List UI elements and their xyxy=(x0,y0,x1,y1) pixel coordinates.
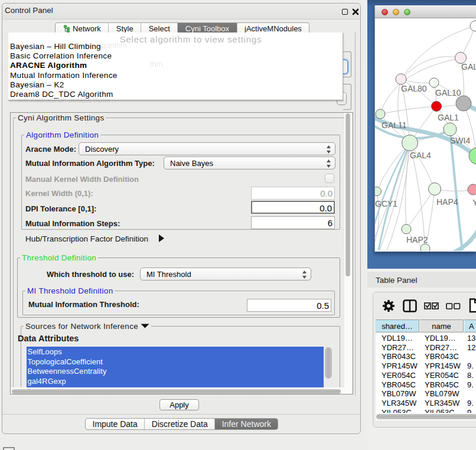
svg-text:GAL4: GAL4 xyxy=(410,151,431,160)
svg-text:GAL11: GAL11 xyxy=(382,120,407,130)
svg-text:SWI4: SWI4 xyxy=(450,136,470,145)
svg-text:HAP2: HAP2 xyxy=(406,235,428,244)
svg-text:GAL10: GAL10 xyxy=(435,88,461,97)
svg-text:GAL7: GAL7 xyxy=(461,62,476,71)
svg-text:GAL1: GAL1 xyxy=(438,113,459,122)
svg-text:GCY1: GCY1 xyxy=(375,199,397,208)
svg-text:HAP4: HAP4 xyxy=(436,197,458,207)
svg-text:GAL80: GAL80 xyxy=(401,84,427,93)
svg-text:Y: Y xyxy=(472,198,476,207)
